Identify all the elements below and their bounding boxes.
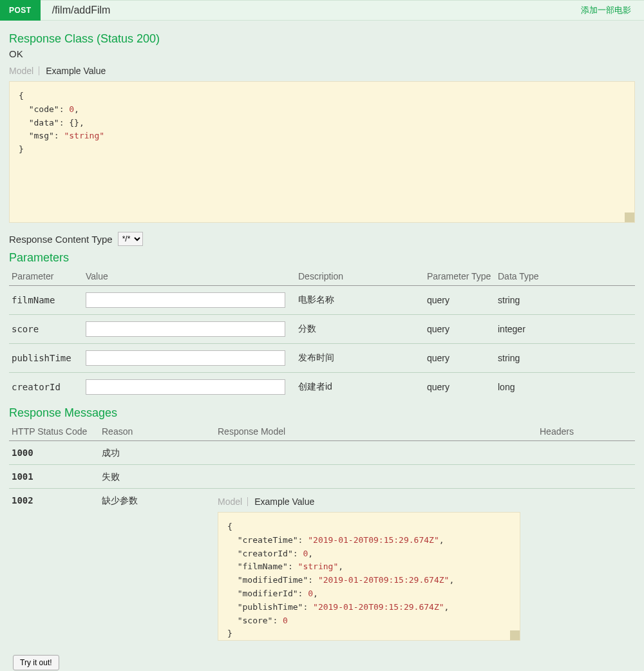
endpoint-path: /film/addFilm (41, 5, 122, 16)
col-data-type: Data Type (495, 267, 635, 286)
response-code: 1000 (9, 441, 99, 465)
response-reason: 成功 (99, 441, 215, 465)
parameter-type: query (424, 344, 495, 373)
response-content-type-select[interactable]: */* (118, 232, 143, 246)
tab-example-value[interactable]: Example Value (254, 495, 319, 508)
response-model-cell (215, 441, 537, 465)
parameter-description: 发布时间 (296, 344, 424, 373)
response-headers-cell (537, 489, 635, 647)
response-model-cell (215, 465, 537, 489)
response-reason: 失败 (99, 465, 215, 489)
parameter-data-type: string (495, 344, 635, 373)
parameters-heading: Parameters (9, 251, 635, 265)
parameter-value-input[interactable] (86, 379, 285, 395)
response-model-cell: ModelExample Value{ "createTime": "2019-… (215, 489, 537, 647)
response-model-codebox[interactable]: { "createTime": "2019-01-20T09:15:29.674… (218, 512, 520, 641)
parameter-description: 创建者id (296, 373, 424, 402)
tab-model[interactable]: Model (9, 64, 39, 77)
parameter-type: query (424, 373, 495, 402)
parameter-type: query (424, 286, 495, 315)
parameter-value-input[interactable] (86, 292, 285, 308)
tab-separator (247, 497, 248, 506)
parameter-value-cell (83, 315, 296, 344)
response-headers-cell (537, 465, 635, 489)
response-message-row: 1002缺少参数ModelExample Value{ "createTime"… (9, 489, 635, 647)
col-headers: Headers (537, 422, 635, 441)
tab-model[interactable]: Model (218, 495, 247, 508)
col-status-code: HTTP Status Code (9, 422, 99, 441)
operation-summary: 添加一部电影 (581, 5, 644, 16)
response-code: 1001 (9, 465, 99, 489)
response-messages-heading: Response Messages (9, 406, 635, 420)
parameter-value-cell (83, 373, 296, 402)
response-messages-table: HTTP Status Code Reason Response Model H… (9, 422, 635, 646)
parameters-table: Parameter Value Description Parameter Ty… (9, 267, 635, 401)
response-example-codebox[interactable]: { "code": 0, "data": {}, "msg": "string"… (9, 81, 635, 223)
parameter-name: creatorId (9, 373, 83, 402)
response-reason: 缺少参数 (99, 489, 215, 647)
col-reason: Reason (99, 422, 215, 441)
col-value: Value (83, 267, 296, 286)
parameter-row: publishTime发布时间querystring (9, 344, 635, 373)
operation-panel: POST /film/addFilm 添加一部电影 Response Class… (0, 0, 644, 671)
col-parameter: Parameter (9, 267, 83, 286)
parameter-description: 分数 (296, 315, 424, 344)
parameter-type: query (424, 315, 495, 344)
response-content-type-label: Response Content Type (9, 234, 113, 245)
parameter-value-input[interactable] (86, 350, 285, 366)
parameter-row: creatorId创建者idquerylong (9, 373, 635, 402)
operation-header[interactable]: POST /film/addFilm 添加一部电影 (0, 0, 644, 21)
parameter-description: 电影名称 (296, 286, 424, 315)
response-message-row: 1001失败 (9, 465, 635, 489)
parameter-row: score分数queryinteger (9, 315, 635, 344)
response-model-tabs: ModelExample Value (218, 495, 535, 508)
col-response-model: Response Model (215, 422, 537, 441)
parameter-value-cell (83, 344, 296, 373)
tab-separator (39, 66, 39, 75)
response-headers-cell (537, 441, 635, 465)
parameter-value-cell (83, 286, 296, 315)
response-code: 1002 (9, 489, 99, 647)
response-content-type-row: Response Content Type */* (9, 232, 635, 246)
response-message-row: 1000成功 (9, 441, 635, 465)
response-messages-header-row: HTTP Status Code Reason Response Model H… (9, 422, 635, 441)
response-class-heading: Response Class (Status 200) (9, 32, 635, 46)
tab-example-value[interactable]: Example Value (46, 64, 111, 77)
try-it-out-button[interactable]: Try it out! (13, 655, 59, 670)
parameter-data-type: long (495, 373, 635, 402)
col-parameter-type: Parameter Type (424, 267, 495, 286)
parameters-header-row: Parameter Value Description Parameter Ty… (9, 267, 635, 286)
parameter-value-input[interactable] (86, 321, 285, 337)
operation-body: Response Class (Status 200) OK Model Exa… (0, 21, 644, 671)
parameter-data-type: string (495, 286, 635, 315)
parameter-name: filmName (9, 286, 83, 315)
parameter-data-type: integer (495, 315, 635, 344)
response-tabs: Model Example Value (9, 64, 635, 77)
parameter-name: publishTime (9, 344, 83, 373)
response-status-text: OK (9, 48, 635, 59)
method-badge: POST (0, 0, 41, 21)
col-description: Description (296, 267, 424, 286)
parameter-row: filmName电影名称querystring (9, 286, 635, 315)
parameter-name: score (9, 315, 83, 344)
